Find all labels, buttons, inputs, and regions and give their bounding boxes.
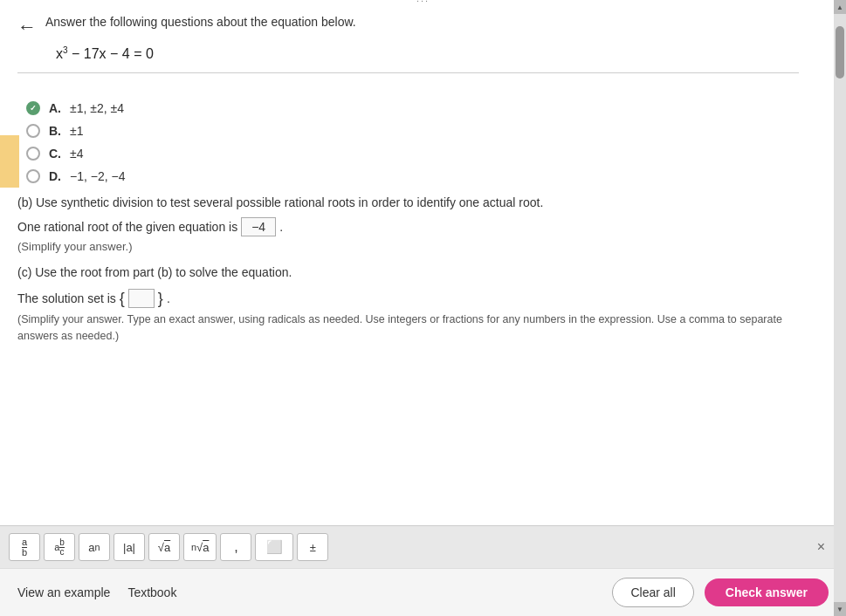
choice-text-d: −1, −2, −4 (70, 169, 125, 183)
more-options-button[interactable]: ⬜ (255, 533, 293, 561)
solution-line: The solution set is { } . (17, 289, 799, 308)
curly-open: { (120, 290, 125, 308)
solution-note: (Simplify your answer. Type an exact ans… (17, 311, 799, 345)
divider-dots: ... (411, 0, 435, 3)
curly-close: } (158, 290, 163, 308)
part-b-answer-line: One rational root of the given equation … (17, 217, 799, 236)
choice-text-b: ±1 (70, 124, 83, 138)
choice-label-c: C. (49, 147, 61, 161)
divider (17, 72, 799, 73)
textbook-link[interactable]: Textbook (127, 585, 176, 599)
choice-item-b[interactable]: B. ±1 (26, 124, 799, 138)
part-b-simplify-note: (Simplify your answer.) (17, 240, 799, 253)
main-content: ← Answer the following questions about t… (0, 0, 834, 525)
choice-label-b: B. (49, 124, 61, 138)
solution-dot: . (167, 291, 170, 305)
bottom-bar: View an example Textbook Clear all Check… (0, 568, 846, 616)
equation-display: x3 − 17x − 4 = 0 (56, 45, 799, 62)
clear-all-button[interactable]: Clear all (612, 578, 693, 607)
scroll-down-arrow[interactable]: ▼ (834, 602, 846, 616)
sqrt-button[interactable]: √a (148, 533, 180, 561)
scrollbar-thumb[interactable] (836, 26, 844, 79)
view-example-link[interactable]: View an example (17, 585, 110, 599)
fraction-icon: a b (22, 537, 27, 558)
choice-item-a[interactable]: A. ±1, ±2, ±4 (26, 101, 799, 115)
bottom-left: View an example Textbook (17, 585, 176, 599)
section-content: A. ±1, ±2, ±4 B. ±1 C. ±4 D. −1, −2, −4 (17, 82, 799, 345)
scroll-up-arrow[interactable]: ▲ (834, 0, 846, 14)
back-button[interactable]: ← (17, 16, 37, 38)
absolute-value-button[interactable]: |a| (113, 533, 145, 561)
part-b-answer-box[interactable]: −4 (241, 217, 276, 236)
radio-b[interactable] (26, 124, 40, 138)
scrollbar[interactable]: ▲ ▼ (834, 0, 846, 616)
choice-text-a: ±1, ±2, ±4 (70, 101, 124, 115)
choice-text-c: ±4 (70, 147, 83, 161)
decorative-bar (0, 135, 19, 188)
choice-item-c[interactable]: C. ±4 (26, 147, 799, 161)
mixed-fraction-button[interactable]: a b c (44, 533, 75, 561)
check-answer-button[interactable]: Check answer (705, 578, 829, 606)
radio-c[interactable] (26, 147, 40, 161)
comma-button[interactable]: , (220, 533, 251, 561)
solution-input-box[interactable] (128, 289, 155, 308)
instruction-text: Answer the following questions about the… (45, 14, 356, 31)
math-toolbar: a b a b c an |a| √a n√a , (0, 525, 834, 568)
part-b-suffix: . (279, 220, 283, 234)
choice-item-d[interactable]: D. −1, −2, −4 (26, 169, 799, 183)
close-toolbar-button[interactable]: × (817, 539, 825, 555)
radio-a[interactable] (26, 101, 40, 115)
plus-minus-button[interactable]: ± (297, 533, 328, 561)
header-area: ← Answer the following questions about t… (17, 14, 799, 38)
solution-prefix: The solution set is (17, 291, 116, 305)
part-b-instruction: (b) Use synthetic division to test sever… (17, 194, 799, 212)
fraction-button[interactable]: a b (9, 533, 40, 561)
superscript-button[interactable]: an (79, 533, 110, 561)
radio-d[interactable] (26, 169, 40, 183)
choice-label-a: A. (49, 101, 61, 115)
choice-label-d: D. (49, 169, 61, 183)
part-c-instruction: (c) Use the root from part (b) to solve … (17, 264, 799, 282)
answer-choices: A. ±1, ±2, ±4 B. ±1 C. ±4 D. −1, −2, −4 (26, 101, 799, 183)
bottom-right: Clear all Check answer (612, 578, 829, 607)
nth-root-button[interactable]: n√a (183, 533, 217, 561)
part-b-prefix: One rational root of the given equation … (17, 220, 237, 234)
